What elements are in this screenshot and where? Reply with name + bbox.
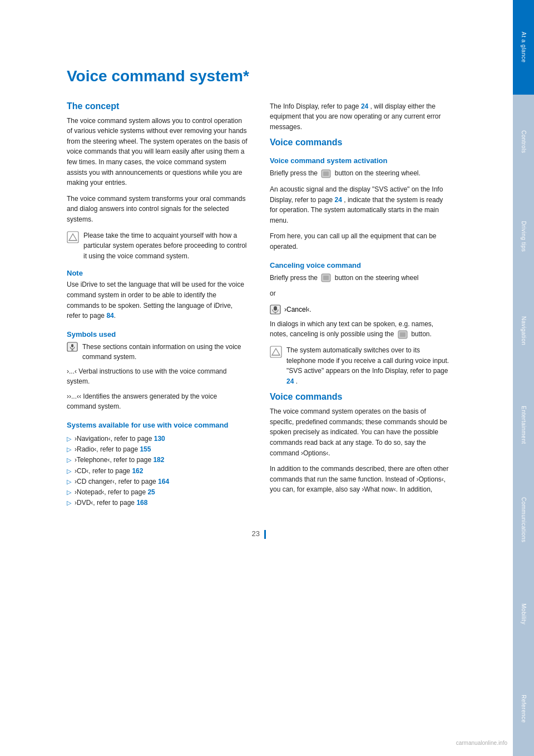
svg-marker-16: [272, 348, 280, 355]
sidebar-tab-communications[interactable]: Communications: [513, 473, 534, 567]
cancel-symbol-line: ›Cancel‹.: [270, 305, 451, 315]
activation-heading: Voice command system activation: [270, 156, 451, 165]
triangle-icon: [67, 231, 79, 243]
sidebar-tab-label-communications: Communications: [521, 497, 527, 542]
list-item: ▷ ›Notepad‹, refer to page 25: [67, 487, 248, 498]
symbol-3-text: ››...‹‹ Identifies the answers generated…: [67, 391, 248, 412]
cancel-symbol-text: ›Cancel‹.: [284, 306, 312, 313]
steering-button-icon-2: [321, 273, 331, 282]
list-page-5[interactable]: 164: [158, 478, 169, 485]
list-item-label-5: ›CD changer‹, refer to page 164: [75, 477, 169, 487]
list-item: ▷ ›DVD‹, refer to page 168: [67, 498, 248, 508]
activation-para1-text: Briefly press the: [270, 169, 318, 177]
list-item: ▷ ›Radio‹, refer to page 155: [67, 444, 248, 455]
sidebar-tab-label-driving-tips: Driving tips: [521, 221, 527, 252]
list-item-label-2: ›Radio‹, refer to page 155: [75, 444, 151, 455]
list-page-7[interactable]: 168: [136, 499, 147, 507]
list-item-label-7: ›DVD‹, refer to page 168: [75, 498, 147, 508]
page-bar: [264, 530, 266, 539]
info-box-2-text: The system automatically switches over t…: [286, 345, 451, 386]
sidebar-tab-controls[interactable]: Controls: [513, 95, 534, 189]
symbol-row-1: These sections contain information on us…: [67, 342, 248, 362]
activation-para3: An acoustic signal and the display "SVS …: [270, 184, 451, 225]
vc-para1: The voice command system operates on the…: [270, 406, 451, 458]
list-item-label-1: ›Navigation‹, refer to page 130: [75, 434, 165, 444]
cancel-para2-text: button on the steering wheel: [335, 274, 419, 282]
voice-mic-icon-1: [67, 342, 78, 352]
activation-para2-text: button on the steering wheel.: [335, 169, 421, 177]
info-box-2-text-end: .: [296, 377, 298, 385]
cancel-para1: Briefly press the button on the steering…: [270, 273, 451, 283]
page-number: 23: [251, 529, 259, 538]
list-page-2[interactable]: 155: [140, 445, 151, 453]
list-item-label-4: ›CD‹, refer to page 162: [75, 466, 143, 477]
list-page-3[interactable]: 182: [153, 456, 164, 464]
arrow-icon-4: ▷: [67, 467, 71, 477]
concept-para1: The voice command system allows you to c…: [67, 116, 248, 188]
svg-rect-9: [323, 276, 329, 280]
sidebar-tab-label-entertainment: Entertainment: [521, 406, 527, 444]
cancel-or: or: [270, 288, 451, 299]
info-box-2-page[interactable]: 24: [286, 377, 294, 385]
symbols-heading: Symbols used: [67, 330, 248, 338]
sidebar-tab-entertainment[interactable]: Entertainment: [513, 378, 534, 473]
arrow-icon-6: ▷: [67, 488, 71, 498]
triangle-icon-2: [270, 346, 282, 358]
arrow-icon-5: ▷: [67, 477, 71, 487]
cancel-heading: Canceling voice command: [270, 261, 451, 269]
sidebar-tab-navigation[interactable]: Navigation: [513, 283, 534, 378]
info-display-text: The Info Display, refer to page 24 , wil…: [270, 101, 451, 132]
activation-para1: Briefly press the button on the steering…: [270, 168, 451, 179]
info-display-text-part1: The Info Display, refer to page: [270, 102, 359, 110]
cancel-para4-text: button.: [411, 330, 432, 338]
list-item: ▷ ›CD‹, refer to page 162: [67, 466, 248, 477]
info-display-page[interactable]: 24: [361, 102, 368, 110]
cancel-para3: In dialogs in which any text can be spok…: [270, 319, 451, 340]
concept-para2: The voice command system transforms your…: [67, 194, 248, 225]
page-number-container: 23: [67, 529, 451, 539]
svg-rect-11: [274, 306, 277, 311]
arrow-icon-3: ▷: [67, 455, 71, 465]
arrow-icon-2: ▷: [67, 445, 71, 455]
list-page-4[interactable]: 162: [132, 467, 143, 475]
activation-page[interactable]: 24: [335, 196, 342, 204]
note-text-content: Use iDrive to set the language that will…: [67, 281, 244, 320]
watermark: carmanualonline.info: [456, 740, 507, 746]
list-page-1[interactable]: 130: [154, 435, 165, 443]
sidebar-tab-label-reference: Reference: [521, 695, 527, 723]
symbol-2-text: ›...‹ Verbal instructions to use with th…: [67, 366, 248, 387]
list-item-label-6: ›Notepad‹, refer to page 25: [75, 487, 155, 498]
voice-commands-heading: Voice commands: [270, 138, 451, 148]
main-content: Voice command system* The concept The vo…: [0, 0, 484, 756]
sidebar-tab-driving-tips[interactable]: Driving tips: [513, 189, 534, 284]
info-box-2-text-part1: The system automatically switches over t…: [286, 346, 449, 375]
svg-rect-3: [71, 344, 73, 347]
cancel-para3-text: In dialogs in which any text can be spok…: [270, 320, 433, 338]
note-period: .: [114, 312, 116, 320]
page-title: Voice command system*: [67, 67, 451, 86]
list-item: ▷ ›CD changer‹, refer to page 164: [67, 477, 248, 487]
right-column: The Info Display, refer to page 24 , wil…: [270, 101, 451, 513]
two-column-layout: The concept The voice command system all…: [67, 101, 451, 513]
svg-rect-7: [323, 171, 329, 176]
sidebar-tab-at-a-glance[interactable]: At a glance: [513, 0, 534, 95]
concept-heading: The concept: [67, 101, 248, 111]
list-page-6[interactable]: 25: [147, 488, 155, 496]
steering-button-icon-3: [398, 330, 408, 339]
sidebar-tab-mobility[interactable]: Mobility: [513, 567, 534, 662]
sidebar-tab-label-mobility: Mobility: [521, 603, 527, 625]
systems-list: ▷ ›Navigation‹, refer to page 130 ▷ ›Rad…: [67, 434, 248, 508]
left-column: The concept The voice command system all…: [67, 101, 248, 513]
list-item: ▷ ›Telephone‹, refer to page 182: [67, 455, 248, 465]
note-page-link[interactable]: 84: [106, 312, 113, 320]
note-text: Use iDrive to set the language that will…: [67, 279, 248, 321]
right-sidebar: At a glance Controls Driving tips Naviga…: [513, 0, 534, 756]
sidebar-tab-reference[interactable]: Reference: [513, 661, 534, 756]
sidebar-tab-label-navigation: Navigation: [521, 316, 527, 345]
info-box-2: The system automatically switches over t…: [270, 345, 451, 386]
arrow-icon-7: ▷: [67, 498, 71, 508]
steering-button-icon-1: [321, 169, 331, 178]
arrow-icon-1: ▷: [67, 434, 71, 444]
info-box-1: Please take the time to acquaint yoursel…: [67, 230, 248, 262]
svg-rect-14: [400, 332, 406, 337]
